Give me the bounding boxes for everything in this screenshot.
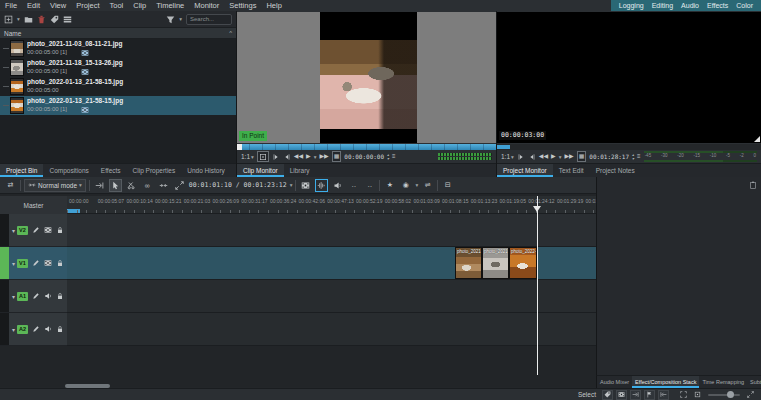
bin-clip-item[interactable]: photo_2022-01-13_21-58-15.jpg00:00:05:00… (0, 96, 236, 115)
razor-tool-button[interactable] (125, 179, 138, 192)
lock-icon[interactable] (56, 325, 64, 333)
spinner-down-icon[interactable]: ▾ (632, 157, 634, 161)
zone-mode-button[interactable]: ▦ (577, 151, 587, 162)
tab-effect-composition-stack[interactable]: Effect/Composition Stack (632, 376, 699, 388)
menu-item-edit[interactable]: Edit (22, 0, 45, 11)
menu-item-help[interactable]: Help (261, 0, 286, 11)
rewind-button[interactable]: ◀◀ (539, 151, 548, 162)
chevron-down-icon[interactable]: ▾ (559, 154, 562, 160)
zoom-slider-knob[interactable] (727, 391, 734, 398)
bin-clip-item[interactable]: photo_2022-01-13_21-58-15.jpg00:00:05:00 (0, 77, 236, 96)
selection-tool-button[interactable] (109, 179, 122, 192)
effects-icon[interactable] (32, 292, 40, 300)
track-header-v1[interactable]: ▾V1 (0, 247, 67, 280)
tab-undo-history[interactable]: Undo History (181, 164, 231, 177)
use-timeline-zone-button[interactable]: ⇄ (4, 179, 17, 192)
mix-clips-button[interactable] (93, 179, 106, 192)
snap-toggle[interactable] (644, 390, 655, 400)
lock-icon[interactable] (56, 292, 64, 300)
track-header-a1[interactable]: ▾A1 (0, 280, 67, 313)
resize-grip[interactable] (754, 136, 760, 142)
forward-button[interactable]: ▶▶ (319, 151, 328, 162)
track-lane-a1[interactable] (67, 280, 596, 313)
monitor-zoom-select[interactable]: 1:1▾ (241, 153, 254, 160)
track-target-badge[interactable]: V1 (17, 259, 28, 268)
tab-clip-properties[interactable]: Clip Properties (127, 164, 182, 177)
menu-item-clip[interactable]: Clip (128, 0, 151, 11)
monitor-timecode[interactable]: 00:00:00:00 (344, 153, 384, 160)
rewind-button[interactable]: ◀◀ (294, 151, 303, 162)
timeline-horizontal-scrollbar[interactable] (65, 384, 110, 388)
spinner-down-icon[interactable]: ▾ (387, 157, 389, 161)
master-effects-button[interactable]: ⊟ (441, 179, 454, 192)
chevron-down-icon[interactable]: ▾ (314, 154, 317, 160)
effects-icon[interactable] (32, 325, 40, 333)
view-mode-button[interactable] (63, 15, 72, 24)
open-project-button[interactable] (24, 15, 33, 24)
video-track-icon[interactable] (44, 226, 52, 234)
show-markers-toggle[interactable] (602, 390, 613, 400)
timecode-spinner[interactable]: ▴▾ (632, 153, 634, 160)
menu-item-tool[interactable]: Tool (105, 0, 129, 11)
bin-column-header[interactable]: Name ^ (0, 27, 236, 39)
bin-clip-item[interactable]: photo_2021-11-03_08-11-21.jpg00:00:05:00… (0, 39, 236, 58)
tab-audio-mixer[interactable]: Audio Mixer (597, 376, 632, 388)
track-target-badge[interactable]: A1 (17, 292, 28, 301)
audio-track-icon[interactable] (44, 292, 52, 300)
zoom-box-button[interactable] (692, 390, 703, 400)
target-track-indicator[interactable] (0, 280, 9, 312)
playhead-line[interactable] (537, 196, 538, 375)
favorite-effects-button[interactable]: ★ (383, 179, 396, 192)
master-track-button[interactable]: Master (0, 196, 67, 214)
video-thumbnails-toggle[interactable] (616, 390, 627, 400)
timeline-zone-bar[interactable] (67, 209, 80, 213)
tab-compositions[interactable]: Compositions (43, 164, 94, 177)
zone-segment[interactable] (497, 145, 510, 149)
chevron-down-icon[interactable]: ▾ (415, 182, 418, 188)
switch-players-button[interactable]: ⇌ (421, 179, 434, 192)
sort-ascending-icon[interactable]: ^ (229, 30, 232, 36)
play-button[interactable]: ▶ (551, 151, 556, 162)
zone-mode-button[interactable]: ▦ (332, 151, 342, 162)
tab-time-remapping[interactable]: Time Remapping (699, 376, 747, 388)
add-clip-button[interactable] (4, 15, 13, 24)
zoom-expand-button[interactable] (745, 390, 756, 400)
tab-text-edit[interactable]: Text Edit (553, 164, 590, 177)
multicam-tool-button[interactable] (173, 179, 186, 192)
track-header-a2[interactable]: ▾A2 (0, 313, 67, 346)
chevron-down-icon[interactable]: ▾ (12, 260, 15, 267)
tags-button[interactable] (50, 15, 59, 24)
target-track-indicator[interactable] (0, 247, 9, 279)
workspace-tab-effects[interactable]: Effects (703, 0, 732, 11)
tab-project-monitor[interactable]: Project Monitor (497, 164, 553, 177)
zoom-slider[interactable] (708, 390, 740, 399)
timeline-clip[interactable]: photo_2021-11-18_15-13-26.jpg (482, 247, 509, 279)
target-track-indicator[interactable] (0, 313, 9, 345)
menu-item-settings[interactable]: Settings (224, 0, 261, 11)
zone-out-button[interactable] (528, 153, 536, 161)
chevron-down-icon[interactable]: ▾ (12, 227, 15, 234)
audio-thumbnails-toggle[interactable] (315, 179, 328, 192)
play-button[interactable]: ▶ (306, 151, 311, 162)
filter-button[interactable] (166, 15, 175, 24)
timeline-position-timecode[interactable]: 00:01:01:10 / 00:01:23:12 (189, 181, 287, 189)
delete-clip-button[interactable] (37, 15, 46, 24)
collapse-tracks-button[interactable] (157, 179, 170, 192)
track-target-badge[interactable]: A2 (17, 325, 28, 334)
effects-icon[interactable] (32, 259, 40, 267)
lock-icon[interactable] (56, 226, 64, 234)
timeline-ruler[interactable]: 00:00:0000:00:05:0700:00:10:1400:00:15:2… (67, 196, 596, 214)
chevron-down-icon[interactable]: ▾ (12, 293, 15, 300)
track-lane-a2[interactable] (67, 313, 596, 346)
menu-item-view[interactable]: View (45, 0, 71, 11)
chevron-down-icon[interactable]: ▾ (179, 16, 182, 22)
video-thumbnails-toggle[interactable] (299, 179, 312, 192)
timeline-clip[interactable]: photo_2022-01-13_21-58-15.jpg (509, 247, 537, 279)
monitor-menu-button[interactable]: ≡ (392, 151, 396, 162)
search-input[interactable] (186, 14, 232, 25)
fades-toggle[interactable]: ‥ (363, 179, 376, 192)
lock-icon[interactable] (56, 259, 64, 267)
workspace-tab-audio[interactable]: Audio (677, 0, 703, 11)
target-track-indicator[interactable] (0, 214, 9, 246)
tab-project-notes[interactable]: Project Notes (590, 164, 641, 177)
